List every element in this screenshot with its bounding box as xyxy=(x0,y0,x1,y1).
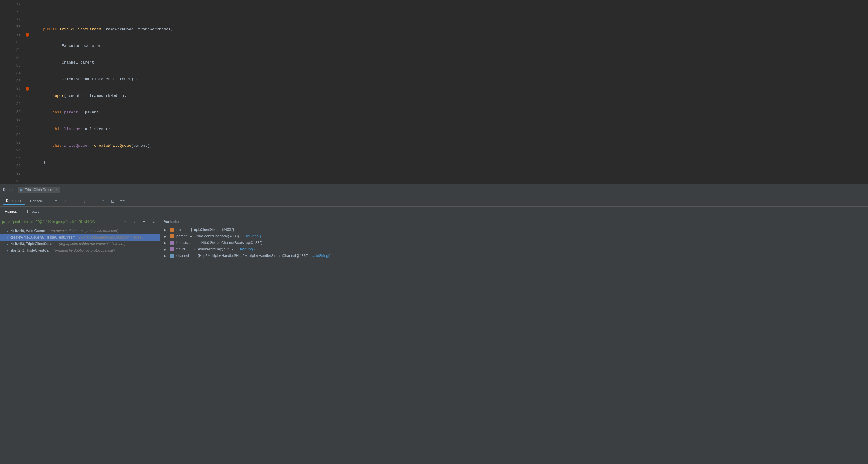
frame-icon: ▸ xyxy=(7,236,9,239)
var-tostring-link[interactable]: ... toString() xyxy=(312,254,331,258)
code-line xyxy=(34,9,868,17)
frames-panel: ▶ ✓ "pool-1-thread-3"@4,410 in group "ma… xyxy=(0,216,160,464)
toolbar-btn-reload[interactable]: ⟳ xyxy=(99,197,107,205)
code-line: ClientStream.Listener listener) { xyxy=(34,75,868,83)
resume-icon: ▶ xyxy=(2,219,6,224)
tab-run-icon: ▶ xyxy=(21,188,23,192)
toolbar-btn-list[interactable]: ≡≡ xyxy=(118,197,127,205)
debug-tab-close[interactable]: × xyxy=(55,188,57,192)
code-line: Channel parent, xyxy=(34,59,868,66)
var-item-channel[interactable]: ▶ channel = {Http2MultiplexHandler$Http2… xyxy=(160,252,868,259)
frame-class: (org.apache.dubbo.rpc.protocol.tri.call) xyxy=(54,248,115,252)
tab-bar: Frames Threads xyxy=(0,207,868,216)
code-line: this.writeQueue = createWriteQueue(paren… xyxy=(34,142,868,150)
panel-body: ▶ ✓ "pool-1-thread-3"@4,410 in group "ma… xyxy=(0,216,868,464)
var-expand-icon[interactable]: ▶ xyxy=(164,235,167,238)
panel-toolbar: Debugger Console ≡ ↑ ↓ ↓ ↑ ⟳ ⊡ ≡≡ xyxy=(0,195,868,207)
breakpoint-dot xyxy=(26,33,29,36)
var-type-icon xyxy=(170,247,174,251)
var-value: {Http2MultiplexHandler$Http2MultiplexHan… xyxy=(198,254,310,258)
var-tostring-link[interactable]: ... toString() xyxy=(242,234,261,238)
var-value: {DefaultPromise@4840} xyxy=(194,247,234,251)
tab-frames[interactable]: Frames xyxy=(0,207,22,216)
code-line: Executor executor, xyxy=(34,42,868,50)
frame-method: createWriteQueue:98, TripleClientStream xyxy=(10,235,75,240)
frame-method: <init>:40, WriteQueue xyxy=(10,229,45,233)
thread-down-btn[interactable]: ↓ xyxy=(130,218,139,226)
toolbar-btn-step-over[interactable]: ↓ xyxy=(71,197,79,205)
thread-up-btn[interactable]: ↑ xyxy=(121,218,129,226)
var-expand-icon[interactable]: ▶ xyxy=(164,241,167,245)
var-name: this xyxy=(177,227,182,232)
gutter xyxy=(24,0,31,184)
toolbar-separator xyxy=(49,198,49,204)
var-value: {TripleClientStream@4837} xyxy=(191,227,234,232)
var-name: bootstrap xyxy=(177,241,191,245)
thread-label: "pool-1-thread-3"@4,410 in group "main":… xyxy=(12,220,95,224)
frame-class: (org.apache.dubbo.rpc.protocol.tri.trans… xyxy=(49,229,119,233)
thread-item[interactable]: ▶ ✓ "pool-1-thread-3"@4,410 in group "ma… xyxy=(0,216,160,227)
var-tostring-link[interactable]: ... toString() xyxy=(236,247,255,251)
checkmark-icon: ✓ xyxy=(7,220,10,224)
code-line xyxy=(34,175,868,183)
code-line: } xyxy=(34,159,868,166)
debugger-panel: Debugger Console ≡ ↑ ↓ ↓ ↑ ⟳ ⊡ ≡≡ Frames… xyxy=(0,195,868,464)
code-line: super(executor, frameworkModel); xyxy=(34,92,868,100)
var-item-this[interactable]: ▶ this = {TripleClientStream@4837} xyxy=(160,226,868,233)
var-name: channel xyxy=(177,254,189,258)
code-line: public TripleClientStream(FrameworkModel… xyxy=(34,26,868,33)
thread-menu-btn[interactable]: ≡ xyxy=(149,218,158,226)
var-expand-icon[interactable]: ▶ xyxy=(164,254,167,257)
console-button[interactable]: Console xyxy=(26,198,46,205)
variables-header: Variables xyxy=(160,219,868,226)
var-item-parent[interactable]: ▶ parent = {NioSocketChannel@4838} ... t… xyxy=(160,233,868,240)
var-type-icon xyxy=(170,234,174,238)
thread-filter-btn[interactable]: ▼ xyxy=(140,218,148,226)
var-value: {Http2StreamChannelBootstrap@4839} xyxy=(200,241,262,245)
var-item-bootstrap[interactable]: ▶ bootstrap = {Http2StreamChannelBootstr… xyxy=(160,240,868,246)
variables-panel: Variables ▶ this = {TripleClientStream@4… xyxy=(160,216,868,464)
var-value: {NioSocketChannel@4838} xyxy=(195,234,240,238)
frame-icon: ▸ xyxy=(7,229,9,233)
toolbar-btn-resume[interactable]: ↑ xyxy=(61,197,69,205)
frame-item[interactable]: ▸ <init>:40, WriteQueue (org.apache.dubb… xyxy=(0,227,160,234)
var-item-future[interactable]: ▶ future = {DefaultPromise@4840} ... toS… xyxy=(160,246,868,252)
frame-class: (org.apache.dubbo.rpc.protocol.tri.strea… xyxy=(79,235,144,240)
var-type-icon xyxy=(170,227,174,232)
frame-method: <init>:83, TripleClientStream xyxy=(10,242,55,246)
var-name: parent xyxy=(177,234,187,238)
debug-label: Debug: xyxy=(3,188,14,192)
line-numbers: 75 76 77 78 79 80 81 82 83 84 85 86 87 8… xyxy=(0,0,24,184)
debugger-button[interactable]: Debugger xyxy=(2,197,25,205)
var-expand-icon[interactable]: ▶ xyxy=(164,248,167,251)
toolbar-btn-step-into[interactable]: ↓ xyxy=(80,197,89,205)
frame-icon: ▸ xyxy=(7,249,9,252)
debug-tab[interactable]: ▶ TripleClientDemo × xyxy=(18,187,60,193)
tab-threads[interactable]: Threads xyxy=(22,207,44,216)
code-line: this.parent = parent; xyxy=(34,109,868,117)
code-line: this.listener = listener; xyxy=(34,125,868,133)
editor-area: 75 76 77 78 79 80 81 82 83 84 85 86 87 8… xyxy=(0,0,868,184)
frame-method: start:272, TripleClientCall xyxy=(10,248,50,252)
debug-tab-label: TripleClientDemo xyxy=(25,188,52,192)
toolbar-btn-view[interactable]: ⊡ xyxy=(109,197,117,205)
toolbar-btn-step-out[interactable]: ↑ xyxy=(90,197,98,205)
code-content[interactable]: public TripleClientStream(FrameworkModel… xyxy=(31,0,868,184)
var-type-icon xyxy=(170,241,174,245)
toolbar-btn-menu[interactable]: ≡ xyxy=(52,197,60,205)
breakpoint-dot xyxy=(26,87,29,91)
var-type-icon xyxy=(170,254,174,258)
debug-bar: Debug: ▶ TripleClientDemo × xyxy=(0,184,868,195)
var-expand-icon[interactable]: ▶ xyxy=(164,228,167,231)
frame-item[interactable]: ▸ start:272, TripleClientCall (org.apach… xyxy=(0,247,160,254)
frame-class: (org.apache.dubbo.rpc.protocol.tri.strea… xyxy=(59,242,125,246)
frame-icon: ▸ xyxy=(7,242,9,246)
var-name: future xyxy=(177,247,186,251)
frame-item[interactable]: ▸ <init>:83, TripleClientStream (org.apa… xyxy=(0,241,160,247)
frame-item-selected[interactable]: ▸ createWriteQueue:98, TripleClientStrea… xyxy=(0,234,160,241)
